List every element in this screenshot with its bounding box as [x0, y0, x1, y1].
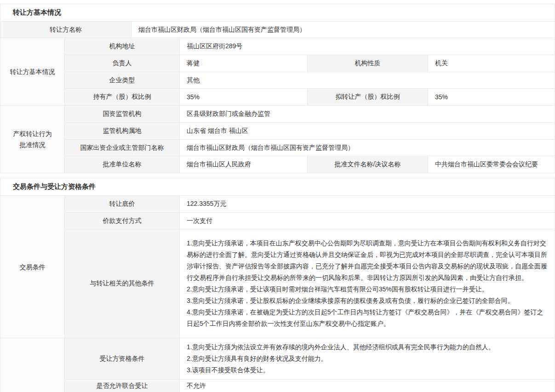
section-title-transferor: 转让方基本情况: [0, 4, 555, 21]
row-approval-unit: 批准单位名称 烟台市福山区人民政府 批准文件名称/决议名称 中共烟台市福山区委常…: [65, 156, 555, 173]
qualification-item: 2.意向受让方须具有良好的财务状况及支付能力。: [187, 353, 327, 364]
table-gap: [0, 173, 555, 178]
regulator-label: 国资监管机构: [65, 106, 180, 122]
row-state-funder: 国家出资企业或主管部门名称 烟台市福山区财政局（烟台市福山区国有资产监督管理局）: [65, 139, 555, 156]
row-enterprise-type: 企业类型 其他: [65, 72, 555, 88]
transferor-name-value: 烟台市福山区财政局（烟台市福山区国有资产监督管理局）: [132, 22, 555, 38]
other-condition-item: 2.意向受让方须承诺，受让该项目时需对烟台祥瑞汽车租赁有限公司35%国有股权转让…: [187, 284, 488, 295]
transferor-info-table: 转让方基本情况 转让方名称 烟台市福山区财政局（烟台市福山区国有资产监督管理局）…: [0, 4, 555, 173]
row-floor-price: 转让底价 122.3355万元: [65, 196, 555, 212]
head-label: 负责人: [65, 55, 180, 72]
planned-ratio-label: 拟转让产（股）权比例: [308, 89, 428, 105]
org-address-value: 福山区区府街289号: [180, 38, 555, 55]
qualification-label: 受让方资格条件: [65, 338, 180, 379]
regulator-value: 区县级财政部门或金融办监管: [180, 106, 555, 122]
approval-unit-value: 烟台市福山区人民政府: [180, 156, 308, 173]
group-basic-info-label-text: 转让方基本情况: [10, 66, 55, 77]
transferor-name-label: 转让方名称: [0, 22, 132, 38]
group-trade-conditions: 交易条件 转让底价 122.3355万元 价款支付方式 一次支付 与转让相关的其…: [0, 195, 555, 338]
row-joint-transfer: 是否允许联合受让 不允许: [65, 379, 555, 392]
group-transferee-qualification-leftcol: [0, 338, 65, 392]
group-basic-info-rows: 机构地址 福山区区府街289号 负责人 蒋健 机构性质 机关 企业类型 其他 持…: [65, 38, 555, 105]
group-trade-conditions-label: 交易条件: [0, 196, 65, 338]
other-condition-item: 3.意向受让方须承诺，受让股权后标的企业继续承接原有的债权债务及或有负债，履行标…: [187, 295, 514, 307]
regulator-region-label: 监管机构属地: [65, 123, 180, 139]
row-head-and-nature: 负责人 蒋健 机构性质 机关: [65, 55, 555, 72]
state-funder-label: 国家出资企业或主管部门名称: [65, 140, 180, 156]
row-org-address: 机构地址 福山区区府街289号: [65, 38, 555, 55]
approval-unit-label: 批准单位名称: [65, 156, 180, 173]
page: 转让方基本情况 转让方名称 烟台市福山区财政局（烟台市福山区国有资产监督管理局）…: [0, 0, 555, 392]
row-payment-method: 价款支付方式 一次支付: [65, 212, 555, 229]
group-transferee-qualification-rows: 受让方资格条件 1.意向受让方须为依法设立并有效存续的境内外企业法人、其他经济组…: [65, 338, 555, 392]
held-ratio-value: 35%: [180, 89, 308, 105]
group-trade-conditions-label-text: 交易条件: [20, 261, 46, 273]
floor-price-value: 122.3355万元: [180, 196, 555, 212]
payment-method-label: 价款支付方式: [65, 213, 180, 229]
payment-method-value: 一次支付: [180, 213, 555, 229]
row-qualification: 受让方资格条件 1.意向受让方须为依法设立并有效存续的境内外企业法人、其他经济组…: [65, 338, 555, 379]
other-conditions-label: 与转让相关的其他条件: [65, 229, 180, 338]
group-trade-conditions-rows: 转让底价 122.3355万元 价款支付方式 一次支付 与转让相关的其他条件 1…: [65, 196, 555, 338]
head-value: 蒋健: [180, 55, 308, 72]
qualification-value: 1.意向受让方须为依法设立并有效存续的境内外企业法人、其他经济组织或具有完全民事…: [180, 338, 555, 379]
org-nature-label: 机构性质: [308, 55, 428, 72]
group-transferee-qualification: 受让方资格条件 1.意向受让方须为依法设立并有效存续的境内外企业法人、其他经济组…: [0, 338, 555, 392]
enterprise-type-label: 企业类型: [65, 72, 180, 88]
row-equity-ratios: 持有产（股）权比例 35% 拟转让产（股）权比例 35%: [65, 88, 555, 105]
section-title-conditions-text: 交易条件与受让方资格条件: [13, 182, 96, 191]
other-condition-item: 4.意向受让方须承诺，在被确定为受让方的次日起5个工作日内与转让方签订《产权交易…: [187, 307, 548, 330]
approval-doc-label: 批准文件名称/决议名称: [308, 156, 428, 173]
other-condition-item: 1.意向受让方须承诺，本项目在山东产权交易中心公告期即为尽职调查期，意向受让方在…: [187, 238, 548, 284]
state-funder-value: 烟台市福山区财政局（烟台市福山区国有资产监督管理局）: [180, 140, 555, 156]
row-regulator-region: 监管机构属地 山东省 烟台市 福山区: [65, 122, 555, 139]
row-transferor-name: 转让方名称 烟台市福山区财政局（烟台市福山区国有资产监督管理局）: [0, 21, 555, 38]
row-other-conditions: 与转让相关的其他条件 1.意向受让方须承诺，本项目在山东产权交易中心公告期即为尽…: [65, 229, 555, 338]
trade-conditions-table: 交易条件与受让方资格条件 交易条件 转让底价 122.3355万元 价款支付方式…: [0, 178, 555, 392]
group-approval-info-rows: 国资监管机构 区县级财政部门或金融办监管 监管机构属地 山东省 烟台市 福山区 …: [65, 106, 555, 173]
regulator-region-value: 山东省 烟台市 福山区: [180, 123, 555, 139]
qualification-item: 3.该项目不接受联合体受让。: [187, 364, 269, 376]
joint-transfer-label: 是否允许联合受让: [65, 380, 180, 392]
org-address-label: 机构地址: [65, 38, 180, 55]
held-ratio-label: 持有产（股）权比例: [65, 89, 180, 105]
group-approval-info: 产权转让行为 批准情况 国资监管机构 区县级财政部门或金融办监管 监管机构属地 …: [0, 105, 555, 173]
row-regulator: 国资监管机构 区县级财政部门或金融办监管: [65, 106, 555, 122]
planned-ratio-value: 35%: [428, 89, 555, 105]
group-basic-info-label: 转让方基本情况: [0, 38, 65, 105]
enterprise-type-value: 其他: [180, 72, 555, 88]
section-title-conditions: 交易条件与受让方资格条件: [0, 178, 555, 195]
group-approval-label-line1: 产权转让行为: [13, 128, 52, 139]
section-title-text: 转让方基本情况: [13, 8, 61, 17]
joint-transfer-value: 不允许: [180, 380, 555, 392]
qualification-item: 1.意向受让方须为依法设立并有效存续的境内外企业法人、其他经济组织或具有完全民事…: [187, 341, 495, 353]
group-basic-info: 转让方基本情况 机构地址 福山区区府街289号 负责人 蒋健 机构性质 机关 企…: [0, 38, 555, 105]
group-approval-label-line2: 批准情况: [20, 139, 46, 150]
floor-price-label: 转让底价: [65, 196, 180, 212]
org-nature-value: 机关: [428, 55, 555, 72]
approval-doc-value: 中共烟台市福山区委常委会会议纪要: [428, 156, 555, 173]
group-approval-info-label: 产权转让行为 批准情况: [0, 106, 65, 173]
other-conditions-value: 1.意向受让方须承诺，本项目在山东产权交易中心公告期即为尽职调查期，意向受让方在…: [180, 229, 555, 338]
